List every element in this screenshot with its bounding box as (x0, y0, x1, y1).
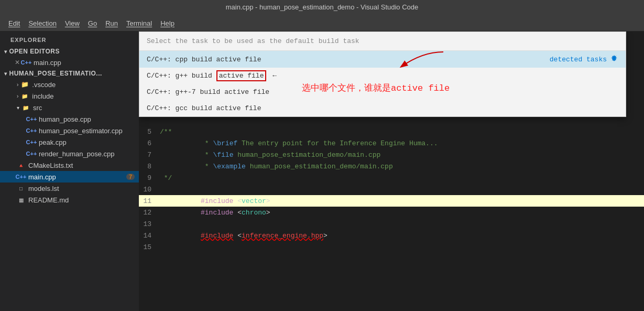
close-icon[interactable]: ✕ (15, 59, 20, 66)
sidebar-item-peak-cpp[interactable]: C++ peak.cpp (0, 136, 139, 148)
chevron-vscode: › (17, 82, 18, 88)
detected-tasks-label: detected tasks (550, 55, 618, 63)
folder-src-icon: 📁 (21, 103, 30, 112)
sidebar-item-human-pose-cpp[interactable]: C++ human_pose.cpp (0, 113, 139, 125)
cpp-render-icon: C++ (27, 149, 36, 158)
folder-include-icon: 📁 (20, 92, 29, 100)
title-text: main.cpp - human_pose_estimation_demo - … (226, 3, 419, 11)
md-icon: ▦ (17, 196, 25, 204)
cpp-file-icon: C++ (22, 58, 30, 67)
human-pose-cpp-name: human_pose.cpp (39, 115, 91, 123)
sidebar-item-cmakelists[interactable]: 🔺 CMakeLists.txt (0, 159, 139, 171)
chevron-src: ▾ (17, 105, 19, 111)
peak-cpp-name: peak.cpp (39, 138, 67, 146)
menu-view[interactable]: View (61, 17, 84, 29)
main-cpp-name: main.cpp (28, 173, 126, 181)
dropdown-search-text[interactable]: Select the task to be used as the defaul… (139, 32, 626, 51)
menu-terminal[interactable]: Terminal (122, 17, 156, 29)
editor-line-9: 9 */ (139, 172, 644, 184)
dropdown-item-gcc-build-label: C/C++: gcc build active file (147, 104, 261, 112)
open-editor-filename: main.cpp (34, 59, 61, 67)
cmake-icon: 🔺 (17, 161, 25, 169)
readme-name: README.md (28, 196, 69, 204)
include-folder-name: include (32, 92, 53, 100)
sidebar-item-vscode[interactable]: › 📁 .vscode (0, 79, 139, 90)
dropdown-item-gpp-build-label: C/C++: g++ build active file ← (147, 72, 277, 80)
menu-edit[interactable]: Edit (4, 17, 24, 29)
gear-icon (610, 55, 618, 63)
sidebar-item-models-lst[interactable]: □ models.lst (0, 183, 139, 194)
lst-icon: □ (17, 184, 25, 192)
main-layout: EXPLORER ▾ OPEN EDITORS ✕ C++ main.cpp ▾… (0, 31, 644, 311)
dropdown-item-gpp7-build-label: C/C++: g++-7 build active file (147, 88, 269, 96)
chevron-include: › (17, 93, 18, 99)
cpp-human-pose-icon: C++ (27, 115, 36, 123)
sidebar: EXPLORER ▾ OPEN EDITORS ✕ C++ main.cpp ▾… (0, 31, 139, 311)
cpp-estimator-icon: C++ (27, 126, 36, 135)
sidebar-item-readme[interactable]: ▦ README.md (0, 194, 139, 206)
menu-go[interactable]: Go (84, 17, 101, 29)
main-cpp-badge: 7 (126, 174, 135, 180)
editor-line-8: 8 * \example human_pose_estimation_demo/… (139, 160, 644, 172)
sidebar-item-render-cpp[interactable]: C++ render_human_pose.cpp (0, 148, 139, 159)
folder-vscode-icon: 📁 (20, 80, 29, 89)
editor-line-14: 14 #include <inference_engine.hpp> (139, 230, 644, 241)
build-task-dropdown: Select the task to be used as the defaul… (139, 31, 626, 117)
section-label-project: HUMAN_POSE_ESTIMATIO... (9, 70, 102, 77)
title-bar: main.cpp - human_pose_estimation_demo - … (0, 0, 644, 16)
chevron-icon: ▾ (4, 49, 7, 55)
sidebar-item-main-cpp[interactable]: C++ main.cpp 7 (0, 171, 139, 183)
menu-run[interactable]: Run (101, 17, 122, 29)
cpp-peak-icon: C++ (27, 138, 36, 146)
sidebar-item-include[interactable]: › 📁 include (0, 90, 139, 102)
sidebar-item-src[interactable]: ▾ 📁 src (0, 102, 139, 113)
models-lst-name: models.lst (28, 185, 59, 192)
active-file-box: active file (216, 70, 267, 81)
sidebar-item-human-pose-estimator-cpp[interactable]: C++ human_pose_estimator.cpp (0, 125, 139, 136)
editor-area: Select the task to be used as the defaul… (139, 31, 644, 311)
vscode-folder-name: .vscode (32, 81, 56, 89)
menu-help[interactable]: Help (156, 17, 179, 29)
render-cpp-name: render_human_pose.cpp (39, 150, 115, 158)
dropdown-item-cpp-build-label: C/C++: cpp build active file (147, 56, 261, 63)
sidebar-title: EXPLORER (0, 31, 139, 46)
menu-selection[interactable]: Selection (24, 17, 60, 29)
dropdown-item-gpp7-build[interactable]: C/C++: g++-7 build active file (139, 84, 626, 100)
dropdown-item-gcc-build[interactable]: C/C++: gcc build active file (139, 100, 626, 116)
chevron-project-icon: ▾ (4, 71, 7, 77)
section-label-open-editors: OPEN EDITORS (9, 48, 60, 55)
dropdown-item-cpp-build[interactable]: C/C++: cpp build active file detected ta… (139, 51, 626, 68)
src-folder-name: src (33, 104, 42, 112)
open-editor-main-cpp[interactable]: ✕ C++ main.cpp (0, 57, 139, 68)
section-project[interactable]: ▾ HUMAN_POSE_ESTIMATIO... (0, 68, 139, 79)
cmakelists-name: CMakeLists.txt (28, 162, 73, 169)
cpp-main-icon: C++ (17, 173, 25, 181)
section-open-editors[interactable]: ▾ OPEN EDITORS (0, 46, 139, 57)
dropdown-item-gpp-build[interactable]: C/C++: g++ build active file ← (139, 68, 626, 84)
menu-bar: Edit Selection View Go Run Terminal Help (0, 16, 644, 31)
human-pose-estimator-cpp-name: human_pose_estimator.cpp (39, 127, 123, 135)
editor-line-12: 12 #include <chrono> (139, 207, 644, 218)
